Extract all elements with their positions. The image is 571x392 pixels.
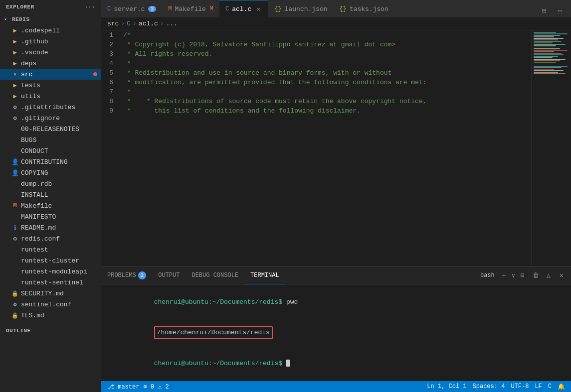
sidebar-item-runtest[interactable]: runtest: [0, 244, 101, 255]
line-content: * * Redistributions of source code must …: [121, 98, 531, 105]
sidebar-item-label: INSTALL: [21, 191, 48, 199]
close-tab-icon[interactable]: ✕: [254, 5, 262, 13]
sidebar-item-github[interactable]: ▶ .github: [0, 36, 101, 47]
indentation[interactable]: Spaces: 4: [473, 383, 505, 391]
sidebar-item-runtest-moduleapi[interactable]: runtest-moduleapi: [0, 266, 101, 277]
git-branch[interactable]: ⎇ master: [107, 383, 139, 391]
sidebar-item-tests[interactable]: ▶ tests: [0, 80, 101, 91]
line-number: 9: [101, 107, 121, 115]
problems-label: PROBLEMS: [107, 272, 136, 279]
sidebar-item-label: sentinel.conf: [21, 301, 71, 308]
language-mode[interactable]: C: [548, 383, 552, 391]
sidebar-item-security[interactable]: 🔒 SECURITY.md: [0, 288, 101, 299]
tab-problems[interactable]: PROBLEMS 3: [101, 267, 152, 284]
tab-makefile[interactable]: M Makefile M: [162, 0, 219, 17]
add-terminal-icon[interactable]: ＋: [499, 270, 510, 281]
line-endings[interactable]: LF: [535, 383, 542, 391]
content-area: C server.c 3 M Makefile M C acl.c ✕ {} l…: [101, 0, 571, 392]
maximize-panel-icon[interactable]: △: [543, 270, 554, 281]
split-editor-icon[interactable]: ⊟: [537, 3, 551, 17]
gear-icon: ⚙: [11, 104, 19, 111]
breadcrumb-c-icon: C: [127, 20, 131, 27]
sidebar-item-deps[interactable]: ▶ deps: [0, 58, 101, 69]
more-actions-icon[interactable]: ⋯: [553, 3, 567, 17]
sidebar-item-tlsmd[interactable]: 🔒 TLS.md: [0, 310, 101, 321]
json-file-icon: {}: [274, 5, 281, 12]
editor-line: 4 *: [101, 59, 531, 68]
sidebar-item-gitattributes[interactable]: ⚙ .gitattributes: [0, 102, 101, 113]
sidebar-item-vscode[interactable]: ▶ .vscode: [0, 47, 101, 58]
tab-label: launch.json: [285, 5, 328, 13]
errors-count[interactable]: ⊗ 0: [143, 383, 154, 391]
problems-badge: 3: [138, 271, 147, 279]
terminal-prompt: chenrui@ubuntu:~/Documents/redis$: [154, 298, 282, 306]
sidebar-item-label: runtest-cluster: [21, 257, 79, 264]
sidebar-item-makefile[interactable]: M Makefile: [0, 200, 101, 211]
sidebar-item-label: .gitattributes: [21, 104, 75, 111]
sidebar-item-copying[interactable]: 👤 COPYING: [0, 167, 101, 178]
terminal-content[interactable]: chenrui@ubuntu:~/Documents/redis$ pwd /h…: [101, 284, 571, 381]
breadcrumb-sep2: ›: [133, 20, 137, 27]
tab-label: acl.c: [232, 5, 251, 13]
sidebar-item-releasenotes[interactable]: 00-RELEASENOTES: [0, 124, 101, 134]
gear-icon: ⚙: [11, 235, 19, 243]
chevron-down-icon: ▾: [4, 16, 12, 22]
editor-line: 8 * * Redistributions of source code mus…: [101, 97, 531, 106]
chevron-down-icon[interactable]: ∨: [512, 272, 515, 279]
sidebar: EXPLORER ··· ▾ REDIS ▶ .codespell ▶ .git…: [0, 0, 101, 392]
tab-terminal[interactable]: TERMINAL: [244, 267, 285, 284]
sidebar-group-redis[interactable]: ▾ REDIS: [0, 14, 101, 25]
editor-split: 1 /* 2 * Copyright (c) 2018, Salvatore S…: [101, 30, 571, 266]
sidebar-item-runtest-sentinel[interactable]: runtest-sentinel: [0, 277, 101, 288]
folder-icon: ▶: [11, 60, 19, 67]
tab-launchjson[interactable]: {} launch.json: [268, 0, 333, 17]
editor-line: 1 /*: [101, 30, 531, 40]
sidebar-item-conduct[interactable]: CONDUCT: [0, 145, 101, 156]
person-icon: 👤: [11, 158, 19, 166]
sidebar-item-label: .gitignore: [21, 115, 60, 122]
sidebar-item-bugs[interactable]: BUGS: [0, 134, 101, 145]
folder-icon: ▶: [11, 93, 19, 100]
sidebar-item-redisconf[interactable]: ⚙ redis.conf: [0, 233, 101, 244]
sidebar-item-src[interactable]: ▾ src: [0, 69, 101, 80]
breadcrumb-src[interactable]: src: [107, 20, 119, 27]
tab-serverc[interactable]: C server.c 3: [101, 0, 162, 17]
sidebar-item-gitignore[interactable]: ⚙ .gitignore: [0, 113, 101, 124]
warnings-count[interactable]: ⚠ 2: [158, 383, 169, 391]
sidebar-item-label: 00-RELEASENOTES: [21, 126, 79, 133]
terminal-command: [282, 360, 286, 367]
more-icon[interactable]: ···: [85, 4, 95, 10]
sidebar-item-codespell[interactable]: ▶ .codespell: [0, 25, 101, 36]
line-number: 7: [101, 88, 121, 96]
sidebar-tree: ▾ REDIS ▶ .codespell ▶ .github ▶ .vscode…: [0, 14, 101, 392]
sidebar-item-utils[interactable]: ▶ utils: [0, 91, 101, 102]
split-terminal-icon[interactable]: ⊟: [517, 270, 528, 281]
breadcrumb-more[interactable]: ...: [166, 20, 178, 27]
kill-terminal-icon[interactable]: 🗑: [530, 270, 541, 281]
tab-aclc[interactable]: C acl.c ✕: [219, 0, 268, 17]
sidebar-item-readme[interactable]: ℹ README.md: [0, 222, 101, 233]
close-panel-icon[interactable]: ✕: [556, 270, 567, 281]
feedback-icon[interactable]: 🔔: [558, 383, 565, 391]
sidebar-item-runtest-cluster[interactable]: runtest-cluster: [0, 255, 101, 266]
breadcrumb-filename[interactable]: acl.c: [139, 20, 158, 27]
encoding[interactable]: UTF-8: [511, 383, 529, 391]
sidebar-item-contributing[interactable]: 👤 CONTRIBUTING: [0, 156, 101, 167]
sidebar-item-dumprdb[interactable]: dump.rdb: [0, 178, 101, 189]
cursor-position[interactable]: Ln 1, Col 1: [427, 383, 466, 391]
sidebar-item-install[interactable]: INSTALL: [0, 189, 101, 200]
sidebar-item-label: CONDUCT: [21, 147, 48, 155]
gear-icon: ⚙: [11, 301, 19, 308]
sidebar-item-label: TLS.md: [21, 312, 44, 319]
output-label: OUTPUT: [158, 272, 180, 279]
sidebar-item-sentinelconf[interactable]: ⚙ sentinel.conf: [0, 299, 101, 310]
sidebar-item-manifesto[interactable]: MANIFESTO: [0, 211, 101, 222]
terminal-cursor: [286, 360, 290, 367]
tab-tasksjson[interactable]: {} tasks.json: [334, 0, 394, 17]
tab-output[interactable]: OUTPUT: [152, 267, 186, 284]
breadcrumb: src › C › acl.c › ...: [101, 17, 571, 30]
redis-group-label: REDIS: [12, 16, 30, 22]
tab-debug-console[interactable]: DEBUG CONSOLE: [186, 267, 244, 284]
editor-main[interactable]: 1 /* 2 * Copyright (c) 2018, Salvatore S…: [101, 30, 531, 266]
folder-open-icon: ▾: [11, 71, 19, 78]
